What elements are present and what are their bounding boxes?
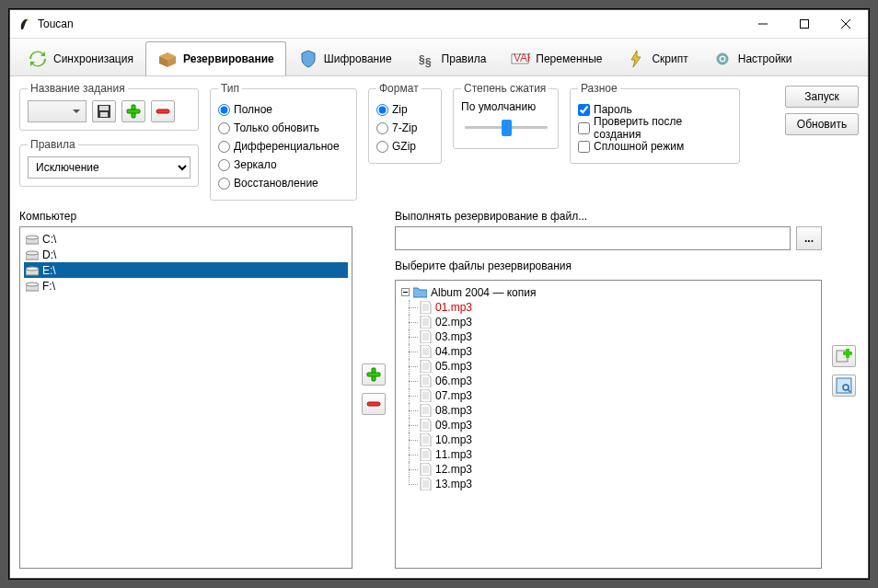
compress-slider[interactable] bbox=[465, 126, 548, 129]
file-item[interactable]: 03.mp3 bbox=[401, 329, 815, 344]
file-item[interactable]: 10.mp3 bbox=[401, 432, 815, 447]
svg-rect-12 bbox=[127, 110, 140, 113]
drive-item[interactable]: D:\ bbox=[24, 247, 348, 262]
rules-legend: Правила bbox=[28, 138, 78, 151]
browse-button[interactable]: ... bbox=[796, 226, 822, 250]
file-item[interactable]: 11.mp3 bbox=[401, 447, 815, 462]
run-button[interactable]: Запуск bbox=[785, 86, 859, 108]
svg-text:§: § bbox=[425, 56, 432, 69]
file-tree[interactable]: Album 2004 — копия 01.mp302.mp303.mp304.… bbox=[395, 280, 822, 569]
file-item[interactable]: 04.mp3 bbox=[401, 344, 815, 359]
rules-select[interactable]: Исключение bbox=[28, 156, 191, 179]
drive-item[interactable]: C:\ bbox=[24, 231, 348, 247]
type-option[interactable]: Зеркало bbox=[218, 156, 349, 174]
svg-rect-1 bbox=[800, 20, 808, 29]
collapse-icon[interactable] bbox=[401, 288, 410, 296]
svg-point-21 bbox=[26, 282, 39, 286]
folder-name: Album 2004 — копия bbox=[431, 286, 536, 299]
window-title: Toucan bbox=[38, 17, 742, 30]
tab-label: Настройки bbox=[738, 52, 792, 65]
add-job-button[interactable] bbox=[121, 100, 145, 122]
gear-icon bbox=[712, 49, 733, 69]
drive-item[interactable]: F:\ bbox=[24, 278, 348, 294]
svg-rect-13 bbox=[156, 110, 169, 113]
misc-option[interactable]: Проверить после создания bbox=[578, 119, 732, 137]
jobname-combo[interactable] bbox=[28, 100, 87, 122]
app-icon bbox=[17, 17, 32, 31]
file-item[interactable]: 01.mp3 bbox=[401, 300, 815, 315]
file-item[interactable]: 02.mp3 bbox=[401, 315, 815, 329]
title-bar: Toucan bbox=[10, 10, 868, 38]
compress-value: По умолчанию bbox=[461, 100, 550, 113]
type-option[interactable]: Полное bbox=[218, 100, 349, 119]
svg-rect-28 bbox=[843, 352, 852, 355]
svg-rect-24 bbox=[367, 402, 380, 406]
compress-legend: Степень сжатия bbox=[461, 82, 549, 95]
main-toolbar: Синхронизация Резервирование Шифрование … bbox=[10, 38, 868, 76]
folder-row: Album 2004 — копия bbox=[401, 284, 815, 300]
tab-label: Переменные bbox=[536, 52, 602, 65]
svg-rect-10 bbox=[100, 112, 108, 117]
dest-input[interactable] bbox=[395, 226, 791, 250]
file-item[interactable]: 13.mp3 bbox=[401, 477, 815, 491]
tab-settings[interactable]: Настройки bbox=[700, 41, 804, 75]
format-option[interactable]: Zip bbox=[376, 100, 433, 119]
svg-text:VAR:: VAR: bbox=[514, 52, 530, 64]
folder-icon bbox=[413, 286, 427, 298]
expand-button[interactable] bbox=[832, 375, 856, 397]
minimize-button[interactable] bbox=[742, 11, 783, 37]
format-legend: Формат bbox=[376, 82, 422, 95]
svg-rect-9 bbox=[99, 106, 109, 110]
misc-legend: Разное bbox=[578, 82, 620, 95]
shield-icon bbox=[298, 49, 318, 69]
bolt-icon bbox=[626, 49, 646, 69]
svg-point-0 bbox=[27, 19, 29, 21]
tab-label: Резервирование bbox=[183, 52, 274, 65]
sync-icon bbox=[28, 49, 48, 69]
tab-sync[interactable]: Синхронизация bbox=[16, 41, 145, 75]
tab-label: Скрипт bbox=[652, 52, 687, 65]
insert-variable-button[interactable] bbox=[832, 345, 856, 367]
refresh-button[interactable]: Обновить bbox=[785, 113, 859, 135]
svg-point-17 bbox=[26, 251, 39, 255]
tab-backup[interactable]: Резервирование bbox=[145, 41, 286, 75]
app-window: Toucan Синхронизация Резервирование Шифр… bbox=[9, 9, 869, 579]
format-option[interactable]: GZip bbox=[376, 137, 433, 156]
misc-group: Разное Пароль Проверить после создания С… bbox=[570, 82, 740, 164]
add-location-button[interactable] bbox=[362, 363, 386, 386]
save-job-button[interactable] bbox=[92, 100, 116, 122]
type-option[interactable]: Восстановление bbox=[218, 174, 349, 192]
tab-secure[interactable]: Шифрование bbox=[286, 41, 404, 75]
svg-rect-23 bbox=[367, 373, 380, 376]
type-group: Тип Полное Только обновить Дифференциаль… bbox=[210, 82, 357, 201]
file-item[interactable]: 07.mp3 bbox=[401, 388, 815, 403]
remove-location-button[interactable] bbox=[362, 393, 386, 415]
tab-label: Правила bbox=[442, 52, 487, 65]
rules-group: Правила Исключение bbox=[19, 138, 199, 187]
file-item[interactable]: 08.mp3 bbox=[401, 403, 815, 418]
tab-script[interactable]: Скрипт bbox=[614, 41, 699, 75]
type-option[interactable]: Дифференциальное bbox=[218, 137, 349, 156]
variable-icon: VAR: bbox=[510, 49, 530, 69]
file-item[interactable]: 09.mp3 bbox=[401, 418, 815, 432]
remove-job-button[interactable] bbox=[151, 100, 175, 122]
content-area: Название задания Правила Исключение Тип … bbox=[10, 76, 868, 578]
close-button[interactable] bbox=[825, 11, 866, 37]
file-item[interactable]: 06.mp3 bbox=[401, 374, 815, 388]
svg-point-7 bbox=[721, 57, 724, 61]
options-row: Название задания Правила Исключение Тип … bbox=[19, 82, 859, 201]
tab-rules[interactable]: §§ Правила bbox=[404, 41, 499, 75]
svg-point-19 bbox=[26, 267, 39, 271]
box-icon bbox=[157, 49, 178, 69]
maximize-button[interactable] bbox=[783, 11, 825, 37]
tab-variables[interactable]: VAR: Переменные bbox=[498, 41, 614, 75]
file-item[interactable]: 05.mp3 bbox=[401, 359, 815, 374]
file-item[interactable]: 12.mp3 bbox=[401, 462, 815, 477]
drive-tree[interactable]: C:\D:\E:\F:\ bbox=[19, 226, 352, 569]
svg-point-15 bbox=[26, 236, 39, 239]
format-option[interactable]: 7-Zip bbox=[376, 119, 433, 137]
drive-item[interactable]: E:\ bbox=[24, 262, 348, 278]
select-files-label: Выберите файлы резервирования bbox=[395, 259, 822, 272]
type-option[interactable]: Только обновить bbox=[218, 119, 349, 137]
jobname-legend: Название задания bbox=[28, 82, 128, 95]
